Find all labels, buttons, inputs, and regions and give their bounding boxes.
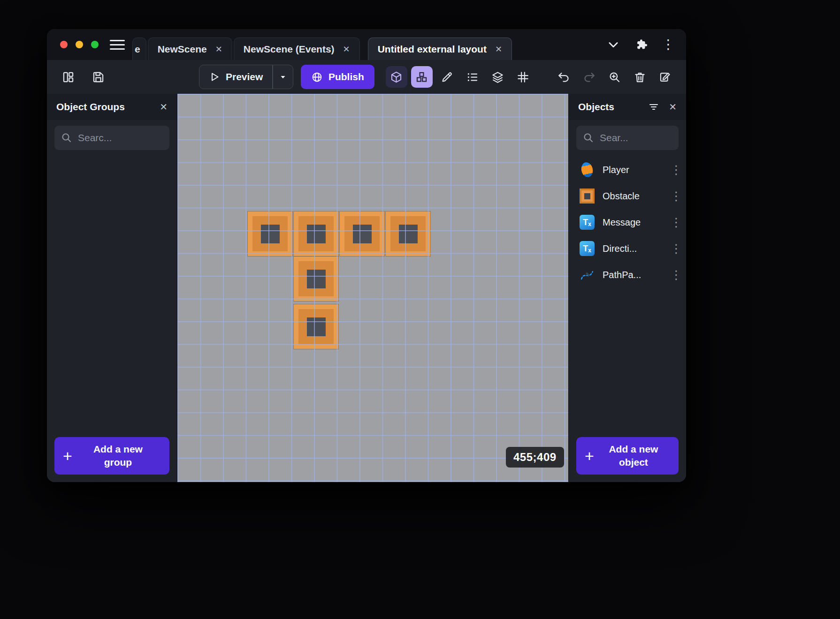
tab-label: Untitled external layout [378,44,487,55]
maximize-window-button[interactable] [91,41,99,48]
object-label: Directi... [603,243,663,254]
add-object-label: Add a new object [597,443,670,469]
groups-search-box[interactable] [54,126,169,150]
objects-search-input[interactable] [600,132,672,143]
object-label: Player [603,165,663,175]
player-icon [579,162,595,178]
close-window-button[interactable] [60,41,68,48]
object-item-message[interactable]: Tx Message ⋮ [569,209,686,235]
globe-icon [311,71,323,83]
zoom-in-icon[interactable] [603,66,625,88]
edit-scene-icon[interactable] [654,66,676,88]
object-menu-icon[interactable]: ⋮ [670,269,678,281]
search-icon [61,132,72,143]
close-panel-icon[interactable]: ✕ [160,101,168,113]
project-manager-icon[interactable] [57,66,79,88]
main-area: Object Groups ✕ + Add a new group [47,94,686,482]
add-group-button[interactable]: + Add a new group [54,437,169,475]
filter-icon[interactable] [648,101,659,113]
grid-icon[interactable] [512,66,534,88]
object-item-obstacle[interactable]: Obstacle ⋮ [569,183,686,209]
layers-icon[interactable] [487,66,509,88]
save-icon[interactable] [87,66,109,88]
tab-partial[interactable]: e [132,38,146,60]
obstacle-instance[interactable] [294,211,338,256]
more-options-icon[interactable]: ⋮ [662,38,675,51]
cursor-coordinates: 455;409 [506,447,564,468]
redo-icon[interactable] [578,66,600,88]
object-label: Message [603,217,663,228]
toolbar: Preview Publish [47,60,686,94]
tab-newscene-events[interactable]: NewScene (Events) ✕ [234,38,360,60]
preview-options-button[interactable] [273,65,293,89]
panel-title: Object Groups [56,101,125,113]
object-label: Obstacle [603,191,663,202]
obstacle-instance[interactable] [294,257,338,301]
object-menu-icon[interactable]: ⋮ [670,190,678,202]
search-icon [583,132,594,143]
add-group-label: Add a new group [75,443,161,469]
plus-icon: + [585,448,594,464]
tab-label: NewScene (Events) [244,44,335,55]
add-object-button[interactable]: + Add a new object [576,437,679,475]
play-icon [209,71,220,83]
object-groups-list [47,154,177,430]
scene-canvas[interactable]: 455;409 [177,94,569,482]
objects-panel: Objects ✕ Player ⋮ [569,94,686,482]
object-item-directions[interactable]: Tx Directi... ⋮ [569,235,686,262]
preview-button[interactable]: Preview [199,65,293,89]
publish-button[interactable]: Publish [301,65,374,89]
object-menu-icon[interactable]: ⋮ [670,216,678,228]
pencil-icon[interactable] [436,66,458,88]
tab-untitled-external-layout[interactable]: Untitled external layout ✕ [368,38,512,60]
instances-cubes-icon[interactable] [411,66,433,88]
obstacle-instance[interactable] [340,211,384,256]
object-menu-icon[interactable]: ⋮ [670,242,678,255]
publish-label: Publish [328,71,364,83]
obstacle-instance[interactable] [294,304,338,349]
object-groups-header: Object Groups ✕ [47,94,177,120]
tab-newscene[interactable]: NewScene ✕ [148,38,232,60]
tab-label: NewScene [158,44,207,55]
object-item-pathpainter[interactable]: PathPa... ⋮ [569,262,686,288]
trash-icon[interactable] [629,66,650,88]
obstacle-icon [579,188,595,204]
chevron-down-icon[interactable] [605,37,621,53]
preview-label: Preview [226,71,263,83]
tiles-layer [177,94,568,482]
minimize-window-button[interactable] [76,41,83,48]
objects-header: Objects ✕ [569,94,686,120]
obstacle-instance[interactable] [248,211,292,256]
path-object-icon [579,267,595,283]
main-menu-button[interactable] [110,40,125,50]
plus-icon: + [63,448,72,464]
tab-bar: e NewScene ✕ NewScene (Events) ✕ Untitle… [47,29,686,60]
tab-label: e [135,44,140,55]
objects-search-box[interactable] [576,126,679,150]
object-label: PathPa... [603,270,663,280]
instances-list-icon[interactable] [462,66,483,88]
text-object-icon: Tx [579,214,595,230]
close-tab-icon[interactable]: ✕ [495,45,502,53]
app-window: e NewScene ✕ NewScene (Events) ✕ Untitle… [47,29,686,482]
extensions-puzzle-icon[interactable] [634,37,649,53]
objects-list: Player ⋮ Obstacle ⋮ Tx Message ⋮ [569,154,686,430]
window-controls [47,41,99,48]
groups-search-input[interactable] [78,132,163,143]
object-groups-panel: Object Groups ✕ + Add a new group [47,94,177,482]
close-panel-icon[interactable]: ✕ [669,101,677,113]
panel-title: Objects [578,101,614,113]
close-tab-icon[interactable]: ✕ [215,45,222,53]
text-object-icon: Tx [579,241,595,257]
obstacle-instance[interactable] [386,211,430,256]
close-tab-icon[interactable]: ✕ [343,45,350,53]
object-menu-icon[interactable]: ⋮ [670,164,678,176]
undo-icon[interactable] [553,66,574,88]
object-item-player[interactable]: Player ⋮ [569,157,686,183]
3d-box-icon[interactable] [386,66,407,88]
